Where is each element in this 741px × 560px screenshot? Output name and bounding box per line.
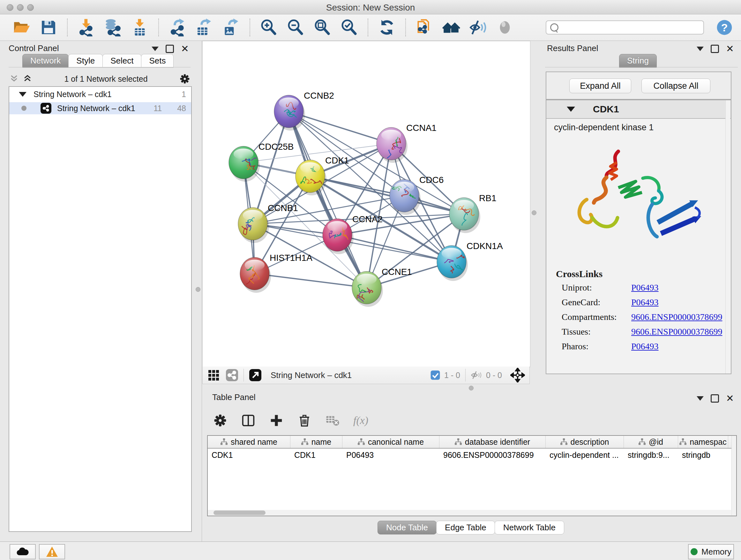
column-header-name[interactable]: name bbox=[290, 436, 342, 448]
table-row[interactable]: CDK1CDK1P064939606.ENSP00000378699cyclin… bbox=[208, 449, 736, 461]
tab-edge-table[interactable]: Edge Table bbox=[436, 521, 495, 535]
hide-panels-icon[interactable] bbox=[469, 18, 487, 37]
table-cell[interactable]: CDK1 bbox=[208, 449, 290, 461]
show-columns-icon[interactable] bbox=[241, 413, 256, 428]
toolbar-separator bbox=[67, 18, 68, 37]
tab-sets[interactable]: Sets bbox=[141, 54, 174, 68]
results-panel-menu-icon[interactable] bbox=[697, 47, 704, 51]
search-input[interactable] bbox=[546, 20, 704, 35]
birdseye-grid-icon[interactable] bbox=[207, 369, 220, 381]
warnings-button[interactable] bbox=[39, 544, 65, 559]
column-header-description[interactable]: description bbox=[546, 436, 624, 448]
import-table-icon[interactable] bbox=[131, 18, 149, 37]
crosslink-row: Tissues:9606.ENSP00000378699 bbox=[562, 327, 731, 337]
control-panel-float-icon[interactable] bbox=[165, 45, 174, 53]
string-badge-icon[interactable] bbox=[226, 369, 239, 381]
network-row[interactable]: String Network – cdk1 11 48 bbox=[9, 102, 191, 114]
edge-HIST1H1A-CCNE1[interactable] bbox=[255, 273, 367, 288]
tab-string[interactable]: String bbox=[619, 54, 657, 68]
node-CCNA1[interactable]: CCNA1 bbox=[377, 123, 436, 163]
crosslink-link[interactable]: P06493 bbox=[631, 341, 659, 352]
zoom-out-icon[interactable] bbox=[286, 18, 305, 37]
export-image-icon[interactable] bbox=[222, 18, 240, 37]
node-CCNE1[interactable]: CCNE1 bbox=[352, 267, 412, 307]
node-CCNB2[interactable]: CCNB2 bbox=[274, 91, 334, 131]
entry-expander-icon[interactable] bbox=[567, 107, 575, 112]
results-panel-close-icon[interactable]: ✕ bbox=[726, 46, 734, 52]
column-header-database-identifier[interactable]: database identifier bbox=[440, 436, 546, 448]
collapse-all-networks-icon[interactable] bbox=[9, 74, 19, 84]
expand-all-button[interactable]: Expand All bbox=[569, 78, 631, 93]
string-home-icon[interactable] bbox=[442, 18, 460, 37]
table-cell[interactable]: P06493 bbox=[342, 449, 440, 461]
node-CDK1[interactable]: CDK1 bbox=[295, 155, 349, 195]
crosslink-link[interactable]: 9606.ENSP00000378699 bbox=[631, 327, 722, 337]
save-session-icon[interactable] bbox=[40, 18, 57, 37]
expand-all-networks-icon[interactable] bbox=[22, 74, 33, 84]
table-cell[interactable]: CDK1 bbox=[290, 449, 342, 461]
node-CDKN1A[interactable]: CDKN1A bbox=[437, 241, 503, 281]
table-cell[interactable]: 9606.ENSP00000378699 bbox=[440, 449, 546, 461]
node-RB1[interactable]: RB1 bbox=[449, 193, 496, 233]
memory-button[interactable]: Memory bbox=[688, 544, 734, 559]
crosslink-link[interactable]: P06493 bbox=[631, 283, 659, 293]
new-network-from-file-icon[interactable] bbox=[415, 18, 433, 37]
tab-network-table[interactable]: Network Table bbox=[495, 521, 564, 535]
table-hscroll-thumb[interactable] bbox=[213, 510, 266, 515]
right-splitter-handle[interactable] bbox=[532, 210, 536, 215]
column-header-canonical-name[interactable]: canonical name bbox=[342, 436, 440, 448]
open-in-new-icon[interactable] bbox=[249, 369, 262, 381]
collapse-all-button[interactable]: Collapse All bbox=[642, 78, 711, 93]
show-graphics-details-icon[interactable] bbox=[496, 18, 514, 37]
export-network-icon[interactable] bbox=[169, 18, 186, 37]
results-scrollbar[interactable] bbox=[725, 100, 730, 374]
column-header-shared-name[interactable]: shared name bbox=[208, 436, 290, 448]
add-column-icon[interactable] bbox=[269, 413, 284, 428]
delete-column-icon[interactable] bbox=[297, 413, 312, 428]
left-splitter-handle[interactable] bbox=[196, 287, 200, 292]
tab-network[interactable]: Network bbox=[22, 54, 69, 68]
network-canvas[interactable]: CCNB2 CCNA1 CDC25B CDK1 CDC6 RB1 CCNB1 bbox=[202, 41, 530, 367]
control-panel-menu-icon[interactable] bbox=[151, 47, 158, 51]
table-panel-menu-icon[interactable] bbox=[697, 396, 704, 401]
pan-crosshair-icon[interactable] bbox=[510, 368, 525, 382]
network-collection-row[interactable]: String Network – cdk1 1 bbox=[9, 88, 191, 100]
cloud-button[interactable] bbox=[10, 544, 36, 559]
open-session-icon[interactable] bbox=[13, 18, 30, 37]
column-header-namespac[interactable]: namespac bbox=[678, 436, 728, 448]
edge-CCNA2-CDKN1A[interactable] bbox=[337, 235, 452, 262]
table-cell[interactable]: cyclin-dependent ... bbox=[546, 449, 624, 461]
collection-expander-icon[interactable] bbox=[19, 92, 26, 97]
table-cell[interactable]: stringdb:9... bbox=[624, 449, 678, 461]
zoom-fit-icon[interactable] bbox=[313, 18, 331, 37]
tab-style[interactable]: Style bbox=[68, 54, 103, 68]
selected-checkbox-icon[interactable] bbox=[430, 370, 441, 380]
table-panel-close-icon[interactable]: ✕ bbox=[726, 395, 734, 401]
table-cell[interactable]: stringdb bbox=[678, 449, 728, 461]
table-panel-float-icon[interactable] bbox=[711, 394, 719, 402]
zoom-in-icon[interactable] bbox=[260, 18, 278, 37]
network-options-gear-icon[interactable] bbox=[179, 73, 191, 84]
tab-node-table[interactable]: Node Table bbox=[378, 521, 436, 535]
control-panel-close-icon[interactable]: ✕ bbox=[181, 46, 189, 52]
help-icon[interactable]: ? bbox=[716, 19, 733, 36]
export-table-icon[interactable] bbox=[195, 18, 213, 37]
bottom-splitter-handle[interactable] bbox=[469, 386, 474, 390]
import-network-icon[interactable] bbox=[77, 18, 95, 37]
crosslink-link[interactable]: P06493 bbox=[631, 297, 659, 307]
table-vscroll[interactable] bbox=[731, 436, 736, 516]
table-hscroll[interactable] bbox=[208, 510, 731, 516]
node-CDC6[interactable]: CDC6 bbox=[390, 175, 444, 215]
node-CCNB1[interactable]: CCNB1 bbox=[238, 203, 298, 243]
entry-header-cdk1[interactable]: CDK1 bbox=[546, 100, 731, 119]
refresh-network-icon[interactable] bbox=[378, 18, 396, 37]
crosslink-link[interactable]: 9606.ENSP00000378699 bbox=[631, 312, 722, 322]
column-header-@id[interactable]: @id bbox=[624, 436, 678, 448]
network-list: String Network – cdk1 1 String Network –… bbox=[9, 86, 192, 532]
import-database-icon[interactable] bbox=[104, 18, 122, 37]
zoom-selected-icon[interactable] bbox=[340, 18, 358, 37]
node-HIST1H1A[interactable]: HIST1H1A bbox=[240, 253, 313, 293]
tab-select[interactable]: Select bbox=[103, 54, 141, 68]
results-panel-float-icon[interactable] bbox=[711, 45, 719, 53]
table-settings-gear-icon[interactable] bbox=[213, 413, 227, 428]
